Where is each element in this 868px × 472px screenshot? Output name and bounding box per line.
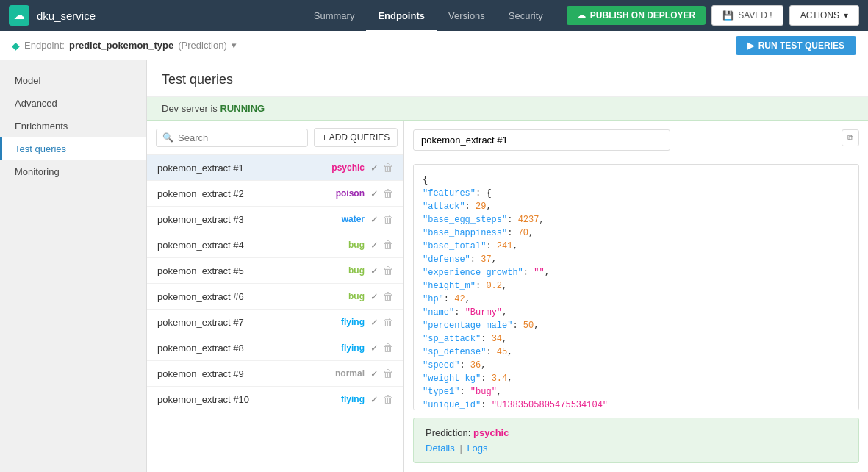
cloud-icon: ☁ xyxy=(14,10,24,21)
query-name-label: pokemon_extract #1 xyxy=(157,162,331,174)
check-icon: ✓ xyxy=(370,188,379,199)
delete-icon[interactable]: 🗑 xyxy=(383,342,393,354)
check-icon: ✓ xyxy=(370,240,379,251)
cloud-upload-icon: ☁ xyxy=(577,10,586,21)
check-icon: ✓ xyxy=(370,317,379,328)
search-input[interactable] xyxy=(178,132,301,143)
details-link[interactable]: Details xyxy=(426,443,455,454)
query-name-label: pokemon_extract #3 xyxy=(157,214,342,225)
check-icon: ✓ xyxy=(370,368,379,379)
prediction-value: psychic xyxy=(473,427,509,438)
logs-link[interactable]: Logs xyxy=(467,443,487,454)
query-area: 🔍 + ADD QUERIES pokemon_extract #1 psych… xyxy=(147,121,868,472)
search-input-wrap: 🔍 xyxy=(156,129,308,147)
query-row[interactable]: pokemon_extract #2 poison ✓ 🗑 xyxy=(147,181,403,207)
check-icon: ✓ xyxy=(370,343,379,354)
query-name-label: pokemon_extract #2 xyxy=(157,188,336,199)
query-row[interactable]: pokemon_extract #7 flying ✓ 🗑 xyxy=(147,310,403,335)
detail-name-input[interactable] xyxy=(413,129,670,151)
delete-icon[interactable]: 🗑 xyxy=(383,239,393,251)
diamond-icon: ◆ xyxy=(12,40,20,51)
check-icon: ✓ xyxy=(370,162,379,174)
play-icon: ▶ xyxy=(747,40,754,51)
query-type-badge: poison xyxy=(336,188,365,199)
breadcrumb: ◆ Endpoint: predict_pokemon_type (Predic… xyxy=(12,40,237,51)
query-row[interactable]: pokemon_extract #5 bug ✓ 🗑 xyxy=(147,258,403,284)
publish-button[interactable]: ☁ PUBLISH ON DEPLOYER xyxy=(567,6,706,25)
top-navigation: ☁ dku_service Summary Endpoints Versions… xyxy=(0,0,868,31)
delete-icon[interactable]: 🗑 xyxy=(383,162,393,174)
query-row[interactable]: pokemon_extract #8 flying ✓ 🗑 xyxy=(147,335,403,361)
tab-summary[interactable]: Summary xyxy=(302,1,367,32)
query-row[interactable]: pokemon_extract #1 psychic ✓ 🗑 xyxy=(147,155,403,181)
delete-icon[interactable]: 🗑 xyxy=(383,290,393,302)
query-name-label: pokemon_extract #8 xyxy=(157,343,341,354)
dropdown-arrow-icon[interactable]: ▾ xyxy=(232,40,237,51)
prediction-label: Prediction: psychic xyxy=(426,427,847,438)
save-icon: 💾 xyxy=(722,10,734,21)
query-name-label: pokemon_extract #7 xyxy=(157,317,341,328)
app-icon: ☁ xyxy=(9,5,29,26)
status-bar: Dev server is RUNNING xyxy=(147,97,868,121)
status-running: RUNNING xyxy=(220,103,265,114)
query-name-label: pokemon_extract #10 xyxy=(157,394,341,405)
page-title: Test queries xyxy=(162,72,853,87)
search-bar: 🔍 + ADD QUERIES xyxy=(147,121,403,155)
content-area: Test queries Dev server is RUNNING 🔍 + A… xyxy=(147,60,868,472)
sidebar-item-monitoring[interactable]: Monitoring xyxy=(0,160,146,183)
query-name-label: pokemon_extract #4 xyxy=(157,240,348,251)
saved-button[interactable]: 💾 SAVED ! xyxy=(711,5,783,26)
code-editor[interactable]: { "features": { "attack": 29, "base_egg_… xyxy=(413,164,859,410)
prediction-box: Prediction: psychic Details | Logs xyxy=(413,418,859,463)
search-icon: 🔍 xyxy=(162,132,173,143)
query-row[interactable]: pokemon_extract #10 flying ✓ 🗑 xyxy=(147,387,403,412)
sidebar-item-model[interactable]: Model xyxy=(0,69,146,92)
sidebar-item-test-queries[interactable]: Test queries xyxy=(0,137,146,160)
query-list: pokemon_extract #1 psychic ✓ 🗑 pokemon_e… xyxy=(147,155,403,472)
query-row[interactable]: pokemon_extract #4 bug ✓ 🗑 xyxy=(147,232,403,258)
query-type-badge: bug xyxy=(348,265,365,276)
query-row[interactable]: pokemon_extract #6 bug ✓ 🗑 xyxy=(147,284,403,310)
sidebar-item-enrichments[interactable]: Enrichments xyxy=(0,115,146,137)
check-icon: ✓ xyxy=(370,214,379,225)
nav-tabs: Summary Endpoints Versions Security xyxy=(302,0,555,31)
detail-top: ⧉ xyxy=(413,129,859,158)
sidebar: Model Advanced Enrichments Test queries … xyxy=(0,60,147,472)
prediction-links: Details | Logs xyxy=(426,443,847,454)
delete-icon[interactable]: 🗑 xyxy=(383,265,393,276)
query-type-badge: bug xyxy=(348,240,365,250)
tab-versions[interactable]: Versions xyxy=(437,1,497,32)
main-layout: Model Advanced Enrichments Test queries … xyxy=(0,60,868,472)
check-icon: ✓ xyxy=(370,265,379,276)
delete-icon[interactable]: 🗑 xyxy=(383,393,393,405)
query-type-badge: psychic xyxy=(331,162,365,173)
query-type-badge: bug xyxy=(348,291,365,301)
query-row[interactable]: pokemon_extract #9 normal ✓ 🗑 xyxy=(147,361,403,387)
query-type-badge: flying xyxy=(341,343,365,353)
query-type-badge: flying xyxy=(341,317,365,327)
check-icon: ✓ xyxy=(370,291,379,302)
delete-icon[interactable]: 🗑 xyxy=(383,213,393,225)
tab-endpoints[interactable]: Endpoints xyxy=(366,1,437,32)
breadcrumb-bar: ◆ Endpoint: predict_pokemon_type (Predic… xyxy=(0,31,868,60)
add-queries-button[interactable]: + ADD QUERIES xyxy=(314,128,398,147)
query-name-label: pokemon_extract #6 xyxy=(157,291,348,302)
query-type-badge: water xyxy=(342,214,365,224)
tab-security[interactable]: Security xyxy=(497,1,555,32)
app-title: dku_service xyxy=(37,10,96,22)
query-list-panel: 🔍 + ADD QUERIES pokemon_extract #1 psych… xyxy=(147,121,404,472)
content-header: Test queries xyxy=(147,60,868,97)
query-type-badge: flying xyxy=(341,394,365,404)
check-icon: ✓ xyxy=(370,394,379,405)
query-row[interactable]: pokemon_extract #3 water ✓ 🗑 xyxy=(147,207,403,232)
query-name-label: pokemon_extract #9 xyxy=(157,368,335,379)
chevron-down-icon: ▾ xyxy=(844,10,848,21)
run-test-queries-button[interactable]: ▶ RUN TEST QUERIES xyxy=(736,36,856,55)
copy-button[interactable]: ⧉ xyxy=(842,129,859,146)
detail-panel: ⧉ { "features": { "attack": 29, "base_eg… xyxy=(404,121,868,472)
sidebar-item-advanced[interactable]: Advanced xyxy=(0,92,146,115)
actions-button[interactable]: ACTIONS ▾ xyxy=(789,5,859,26)
delete-icon[interactable]: 🗑 xyxy=(383,187,393,199)
delete-icon[interactable]: 🗑 xyxy=(383,368,393,379)
delete-icon[interactable]: 🗑 xyxy=(383,316,393,328)
